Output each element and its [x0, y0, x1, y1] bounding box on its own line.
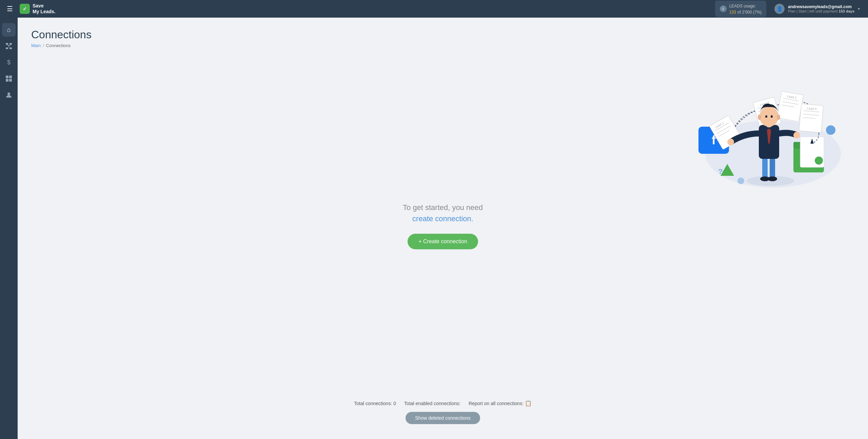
svg-rect-46	[762, 157, 768, 179]
svg-line-5	[7, 45, 9, 46]
footer-stats: Total connections: 0 Total enabled conne…	[31, 392, 854, 428]
main-content: Connections Main / Connections To get st…	[18, 18, 868, 439]
leads-usage-widget[interactable]: i LEADS usage: 133 of 2'000 (7%)	[715, 1, 766, 17]
svg-rect-2	[6, 47, 8, 49]
logo-area: ✓ Save My Leads.	[20, 3, 56, 15]
leads-usage-label: LEADS usage:	[729, 4, 756, 8]
svg-point-19	[826, 125, 835, 135]
user-menu[interactable]: 👤 andrewsavemyleads@gmail.com Plan | Sta…	[772, 2, 863, 15]
sidebar-item-integrations[interactable]	[2, 72, 16, 85]
hero-text: To get started, you need create connecti…	[403, 202, 483, 224]
stats-row: Total connections: 0 Total enabled conne…	[31, 400, 854, 406]
hero-section: To get started, you need create connecti…	[31, 59, 854, 392]
svg-rect-7	[6, 76, 8, 78]
svg-point-58	[758, 114, 761, 120]
svg-point-55	[760, 106, 778, 127]
svg-point-11	[7, 92, 10, 95]
total-connections-label: Total connections:	[354, 401, 392, 406]
user-email: andrewsavemyleads@gmail.com	[788, 4, 854, 9]
logo-icon: ✓	[20, 4, 30, 14]
svg-point-56	[765, 116, 767, 118]
user-plan: Plan | Start | left until payment 153 da…	[788, 9, 854, 13]
sidebar-item-profile[interactable]	[2, 88, 16, 102]
breadcrumb-separator: /	[43, 43, 44, 48]
logo-text: Save My Leads.	[33, 3, 56, 15]
page-title: Connections	[31, 28, 854, 41]
svg-point-52	[727, 139, 734, 145]
total-enabled-stat: Total enabled connections:	[404, 401, 460, 406]
leads-used-count: 133	[729, 10, 736, 15]
create-connection-link[interactable]: create connection.	[412, 214, 473, 223]
total-enabled-label: Total enabled connections:	[404, 401, 460, 406]
svg-rect-10	[9, 79, 12, 82]
create-connection-button[interactable]: + Create connection	[408, 234, 478, 249]
info-icon: i	[720, 5, 727, 12]
hero-illustration: f ?	[678, 52, 854, 194]
main-layout: ⌂ $	[0, 18, 868, 439]
svg-rect-3	[9, 47, 12, 49]
sidebar: ⌂ $	[0, 18, 18, 439]
svg-point-59	[777, 114, 780, 120]
show-deleted-button[interactable]: Show deleted connections	[406, 412, 480, 424]
chevron-down-icon: ▾	[858, 6, 860, 11]
sidebar-item-home[interactable]: ⌂	[2, 23, 16, 37]
leads-total: of 2'000 (7%)	[737, 10, 762, 15]
breadcrumb-current: Connections	[46, 43, 71, 48]
svg-rect-1	[9, 43, 12, 45]
hero-content: To get started, you need create connecti…	[403, 202, 483, 249]
svg-rect-9	[6, 79, 8, 82]
svg-point-53	[793, 132, 800, 139]
report-icon[interactable]: 📋	[525, 400, 532, 406]
sidebar-item-connections[interactable]	[2, 39, 16, 53]
svg-rect-8	[9, 76, 12, 78]
report-label: Report on all connections:	[469, 401, 524, 406]
report-stat: Report on all connections: 📋	[469, 400, 532, 406]
svg-rect-0	[6, 43, 8, 45]
hamburger-button[interactable]: ☰	[5, 3, 14, 14]
svg-point-22	[737, 177, 744, 184]
svg-point-57	[771, 116, 773, 118]
user-avatar: 👤	[774, 4, 785, 14]
total-connections-value: 0	[393, 401, 396, 406]
total-connections-stat: Total connections: 0	[354, 401, 396, 406]
sidebar-item-billing[interactable]: $	[2, 56, 16, 69]
breadcrumb: Main / Connections	[31, 43, 854, 48]
svg-rect-47	[770, 157, 775, 179]
svg-line-6	[9, 45, 11, 46]
svg-point-20	[815, 156, 823, 165]
breadcrumb-main-link[interactable]: Main	[31, 43, 41, 48]
svg-point-49	[768, 176, 777, 181]
top-navigation: ☰ ✓ Save My Leads. i LEADS usage: 133 of…	[0, 0, 868, 18]
